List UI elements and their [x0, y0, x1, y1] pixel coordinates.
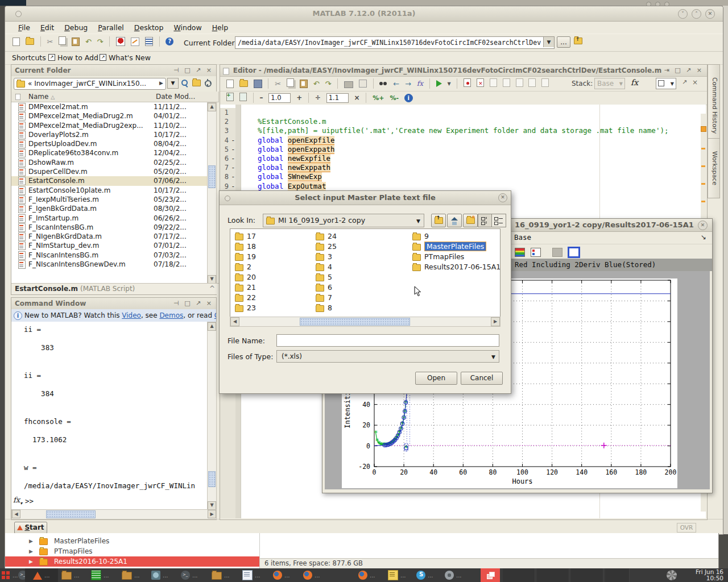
insert-cell-icon[interactable]: +	[226, 93, 234, 103]
file-row[interactable]: DsuperCellDev.m05/20/2...	[11, 167, 207, 176]
close-figure-button[interactable]: ✕	[698, 221, 708, 230]
cf-detail-bar[interactable]: EstartConsole.m (MATLAB Script) ^	[11, 283, 220, 294]
cut-icon[interactable]: ✂	[47, 38, 53, 46]
taskbar-item-launcher[interactable]: ...	[1, 568, 18, 582]
taskbar-item-gray-app[interactable]: ...	[445, 568, 462, 582]
dock-icon[interactable]: ⊣	[173, 66, 181, 74]
code-area[interactable]: %EstartConsole.m%[file,path] = uiputfile…	[258, 108, 668, 191]
file-row[interactable]: DoverlayPlots2.m10/17/2...	[11, 130, 207, 139]
dialog-folder-item[interactable]: 18	[235, 242, 309, 252]
new-script-icon[interactable]	[226, 80, 234, 88]
line-number[interactable]: 1	[220, 108, 235, 117]
redo-icon[interactable]: ↷	[97, 38, 104, 46]
line-number[interactable]: 5-	[220, 145, 235, 154]
menu-file[interactable]: File	[13, 22, 35, 34]
address-box[interactable]: « InovImager_jwrCF_WINLinx150... ▶	[14, 78, 166, 90]
detail-collapse-icon[interactable]: ^	[209, 284, 215, 294]
dialog-folder-item[interactable]: 19	[235, 252, 309, 262]
close-editor-icon[interactable]: ×	[697, 66, 704, 74]
taskbar-item-folder[interactable]: ...	[122, 568, 140, 582]
analyzer-warning-tick[interactable]	[701, 148, 705, 149]
file-row[interactable]: F_IgenBkGrdData.m08/30/2...	[11, 204, 207, 213]
multiply-icon[interactable]: ×	[354, 94, 360, 102]
analyzer-warning-tick[interactable]	[701, 183, 705, 185]
clear-breakpoints-icon[interactable]: ✕	[477, 78, 484, 89]
save-icon[interactable]	[254, 80, 262, 88]
name-column-header[interactable]: Name △	[25, 92, 158, 102]
run-icon[interactable]	[436, 80, 442, 87]
dialog-folder-item[interactable]: 4	[316, 262, 407, 272]
new-folder-button[interactable]: *	[463, 214, 478, 227]
dialog-titlebar[interactable]: Select input Master Plate text file ✕	[220, 191, 511, 205]
current-folder-panel-header[interactable]: Current Folder ⊣ □ ↗ ×	[11, 65, 216, 77]
expander-icon[interactable]: ▶	[29, 556, 33, 567]
file-row[interactable]: EstartConsole10plate.m10/17/2...	[11, 186, 207, 195]
set-breakpoint-icon[interactable]	[464, 78, 471, 89]
file-row[interactable]: DpertsUploadDev.m08/04/2...	[11, 139, 207, 148]
figure-menu-arrow-icon[interactable]: ↘	[701, 233, 706, 241]
home-button[interactable]	[447, 214, 462, 227]
dialog-folder-item[interactable]: 2	[235, 262, 309, 272]
dialog-folder-item[interactable]: 7	[316, 293, 407, 303]
shortcut-how-to-add[interactable]: How to Add	[57, 53, 98, 62]
line-number[interactable]: 8-	[220, 172, 235, 181]
dialog-folder-item[interactable]: 25	[316, 242, 407, 252]
step-icon[interactable]	[490, 78, 497, 89]
colormap-icon[interactable]	[515, 248, 525, 257]
file-row[interactable]: DMPexcel2mat_MediaDrug2exp...11/10/2...	[11, 121, 207, 130]
fx-indicator[interactable]: fx▾	[13, 496, 22, 506]
gear-icon[interactable]	[205, 80, 212, 89]
step-in-icon[interactable]	[503, 78, 510, 89]
divide-icon[interactable]: ÷	[315, 94, 321, 102]
taskbar-item-folder[interactable]: ...	[212, 568, 230, 582]
dialog-folder-item[interactable]: 21	[235, 282, 309, 293]
continue-icon[interactable]	[528, 78, 536, 89]
close-panel-icon[interactable]: ×	[206, 300, 213, 307]
close-panel-icon[interactable]: ×	[206, 66, 213, 74]
dialog-close-button[interactable]: ✕	[498, 193, 507, 202]
up-one-level-button[interactable]: ↑	[431, 214, 446, 227]
dialog-folder-list[interactable]: 171819220212223 2425345678 9MasterPlateF…	[230, 228, 500, 317]
dialog-folder-item[interactable]: 6	[316, 282, 407, 293]
taskbar-item-firefox[interactable]: ...	[273, 568, 290, 582]
cf-vscrollbar[interactable]: ▲ ▼	[207, 102, 217, 284]
address-expand-arrow[interactable]: ▶	[159, 80, 163, 86]
taskbar-item-windows-red[interactable]	[481, 568, 500, 582]
editor-titlebar[interactable]: Editor - /media/data/EASY/InovImager_jwr…	[220, 65, 707, 77]
matlab-titlebar[interactable]: MATLAB 7.12.0 (R2011a) ˅ ˄ ✕	[5, 6, 723, 22]
tab-workspace[interactable]: Workspace	[708, 138, 720, 198]
file-row[interactable]: F_IexpMultiTseries.m05/23/2...	[11, 195, 207, 204]
redo-icon[interactable]: ↷	[325, 80, 331, 88]
dialog-folder-item[interactable]: 23	[235, 303, 309, 313]
menu-window[interactable]: Window	[168, 22, 206, 34]
dock-icon[interactable]: ⇥	[664, 66, 671, 74]
undo-icon[interactable]: ↶	[313, 80, 320, 88]
divide-value-field[interactable]: 1.1	[326, 93, 349, 103]
close-button[interactable]: ✕	[705, 9, 715, 19]
forward-icon[interactable]: →	[405, 80, 411, 88]
desktop-logo-icon[interactable]	[667, 570, 677, 580]
line-number[interactable]: 3	[220, 126, 235, 135]
print-icon[interactable]	[344, 81, 353, 88]
legend-icon[interactable]	[531, 248, 541, 257]
up-folder-icon[interactable]: ↑	[574, 38, 582, 46]
taskbar-item-calc-doc[interactable]: ...	[91, 568, 109, 582]
dialog-folder-item[interactable]: 17	[235, 231, 309, 242]
dropdown-arrow-icon[interactable]: ▼	[447, 81, 450, 86]
dialog-folder-item[interactable]: MasterPlateFiles	[412, 242, 500, 252]
minimize-button[interactable]: ˅	[678, 9, 688, 19]
file-row[interactable]: F_NIscanIntensBGnewDev.m07/18/2...	[11, 260, 207, 269]
profiler-icon[interactable]	[145, 37, 153, 46]
list-view-button[interactable]	[491, 214, 506, 227]
restore-icon[interactable]: □	[675, 66, 682, 74]
figure-menu-base[interactable]: Base	[514, 233, 531, 242]
line-number[interactable]: 2	[220, 117, 235, 126]
fx-find-icon[interactable]: fx	[631, 78, 638, 87]
console-output-area[interactable]: ii = 383 ii = 384 fhconsole = 173.1062 w…	[11, 322, 207, 509]
stack-dropdown[interactable]: Base ▼	[594, 78, 625, 89]
print-preview-icon[interactable]	[359, 80, 367, 88]
menu-edit[interactable]: Edit	[35, 22, 59, 34]
path-dropdown-arrow[interactable]: ▼	[543, 37, 554, 47]
increase-icon[interactable]: +	[296, 94, 302, 102]
cw-vscrollbar[interactable]: ▲ ▼	[207, 322, 217, 510]
